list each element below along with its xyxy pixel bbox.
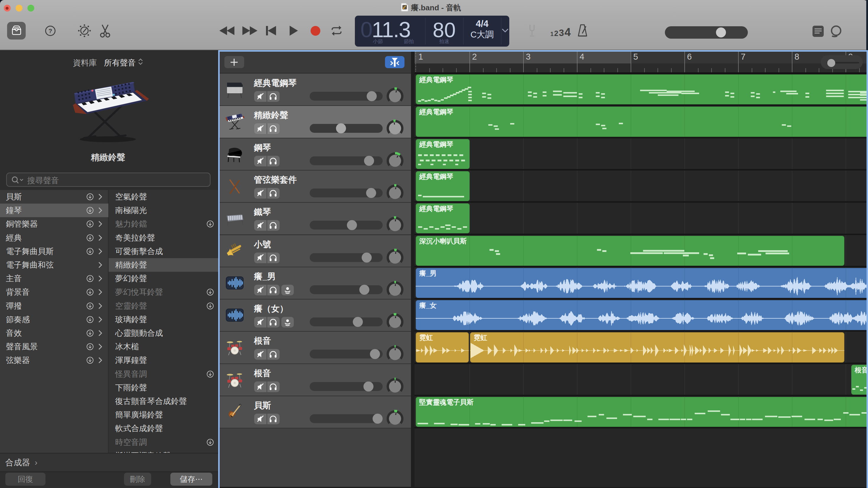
- svg-text:4: 4: [564, 26, 571, 37]
- svg-text:?: ?: [49, 27, 52, 34]
- svg-text:3: 3: [559, 28, 564, 37]
- svg-text:2: 2: [554, 29, 558, 37]
- svg-text:1: 1: [550, 31, 554, 37]
